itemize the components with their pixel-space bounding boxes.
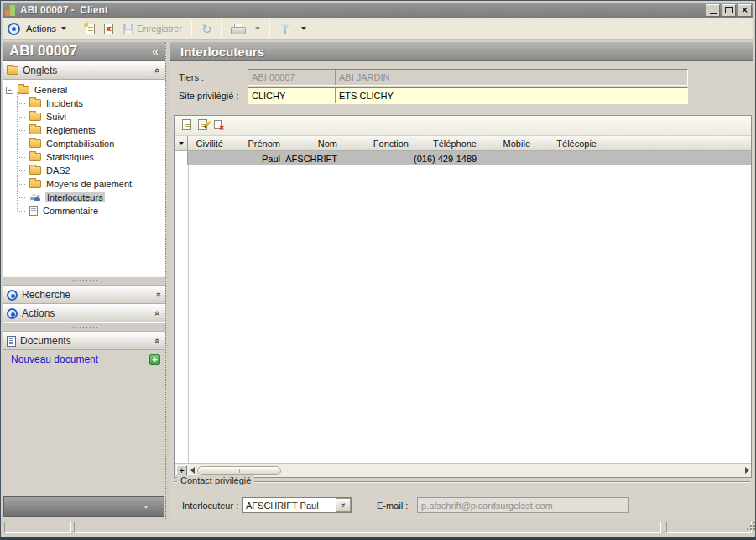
bullseye-icon (7, 290, 18, 301)
new-document-row: Nouveau document + (3, 350, 165, 369)
panel-header-documents[interactable]: Documents « (3, 332, 165, 350)
chevron-down-icon (143, 506, 149, 509)
actions-menu-button[interactable]: Actions (23, 22, 70, 35)
folder-icon (29, 99, 41, 107)
panel-header-recherche[interactable]: Recherche « (3, 286, 165, 304)
scroll-left-icon[interactable] (190, 467, 195, 474)
resize-grip[interactable] (747, 528, 748, 530)
tree-item-das2[interactable]: DAS2 (10, 164, 165, 177)
close-icon: × (742, 6, 748, 14)
column-header-telecopie[interactable]: Télécopie (535, 139, 602, 149)
add-document-button[interactable]: + (149, 354, 160, 365)
minimize-button[interactable] (706, 4, 720, 17)
sidebar-filler (3, 369, 165, 496)
print-button[interactable] (227, 22, 248, 36)
panel-header-actions[interactable]: Actions « (3, 304, 165, 322)
tiers-name-field: ABI JARDIN (336, 70, 687, 85)
window-title: ABI 00007 - Client (20, 4, 706, 16)
column-header-civilite[interactable]: Civilité (188, 139, 228, 149)
note-icon (29, 206, 38, 216)
row-indicator-cell (175, 151, 188, 165)
chevron-down-icon[interactable]: « (153, 292, 163, 297)
toolbar-separator (191, 21, 192, 37)
filter-button[interactable] (276, 22, 294, 35)
folder-icon (29, 139, 41, 148)
tree-item-statistiques[interactable]: Statistiques (10, 150, 165, 164)
close-button[interactable]: × (738, 4, 752, 17)
column-header-prenom[interactable]: Prénom (228, 139, 285, 149)
tree-item-label: Général (33, 85, 69, 95)
folder-icon (29, 126, 41, 134)
chevron-up-icon[interactable]: « (153, 338, 163, 343)
site-field[interactable]: CLICHY ETS CLICHY (248, 87, 688, 104)
sidebar-footer-bar[interactable] (3, 496, 164, 517)
column-header-fonction[interactable]: Fonction (342, 139, 414, 149)
delete-record-button[interactable]: × (101, 22, 117, 36)
toolbar-separator (76, 21, 76, 37)
grid-delete-button[interactable]: × (213, 118, 222, 133)
tree-item-reglements[interactable]: Règlements (10, 123, 165, 137)
column-header-nom[interactable]: Nom (285, 139, 342, 149)
grid-horizontal-scrollbar: + (175, 463, 751, 477)
tiers-label: Tiers : (179, 72, 248, 82)
save-button[interactable]: Enregistrer (119, 22, 185, 36)
print-options-button[interactable] (250, 25, 263, 32)
panel-onglets-label: Onglets (23, 65, 151, 76)
panel-splitter[interactable]: ········· (3, 276, 165, 286)
grid-expand-button[interactable]: + (176, 465, 187, 476)
site-code-field[interactable]: CLICHY (248, 88, 336, 103)
interlocuteur-combobox[interactable]: AFSCHRIFT Paul « (242, 497, 352, 513)
grid-add-button[interactable] (181, 118, 192, 134)
refresh-button[interactable]: ↻ (198, 22, 216, 36)
panel-header-onglets[interactable]: Onglets « (3, 61, 165, 80)
combobox-dropdown-button[interactable]: « (336, 498, 351, 512)
sidebar-header: ABI 00007 « (3, 42, 165, 61)
page-title: Interlocuteurs (170, 42, 753, 61)
row-indicator-header[interactable] (175, 136, 188, 150)
email-field: p.afschrift@picardsurgelsst.com (417, 497, 629, 513)
collapse-sidebar-icon[interactable]: « (152, 45, 159, 58)
edit-record-icon (198, 119, 207, 130)
site-name-field[interactable]: ETS CLICHY (336, 88, 687, 103)
cell-prenom: Paul (228, 154, 285, 164)
filter-icon (279, 24, 290, 34)
grid-edit-button[interactable] (197, 118, 208, 134)
tree-item-label: DAS2 (44, 165, 72, 176)
document-icon (7, 336, 16, 347)
status-segment (4, 522, 71, 533)
tree-item-general[interactable]: − Général (6, 83, 165, 97)
actions-menu-label: Actions (26, 24, 56, 34)
status-segment (74, 522, 661, 533)
filter-options-button[interactable] (296, 25, 310, 32)
new-document-icon: ★ (86, 24, 95, 34)
tree-item-incidents[interactable]: Incidents (10, 97, 165, 110)
printer-icon (231, 24, 244, 34)
folder-icon (29, 166, 41, 175)
table-row[interactable]: Paul AFSCHRIFT (016) 429-1489 (175, 151, 751, 165)
chevron-up-icon[interactable]: « (153, 68, 163, 73)
grid-header-row: Civilité Prénom Nom Fonction Téléphone M… (175, 136, 751, 151)
tree-item-comptabilisation[interactable]: Comptabilisation (10, 137, 165, 150)
sidebar-header-title: ABI 00007 (9, 43, 77, 60)
panel-splitter[interactable]: ········· (3, 322, 165, 332)
toolbar-separator (221, 21, 222, 37)
scrollbar-thumb[interactable] (197, 466, 281, 475)
minimize-icon (710, 13, 717, 14)
collapse-node-icon[interactable]: − (6, 87, 13, 94)
tree-item-interlocuteurs[interactable]: Interlocuteurs (10, 191, 165, 204)
title-bar[interactable]: ABI 00007 - Client × (3, 3, 753, 18)
tree-item-moyens-de-paiement[interactable]: Moyens de paiement (10, 177, 165, 191)
main-toolbar: Actions ★ × Enregistrer ↻ (3, 18, 753, 40)
column-header-mobile[interactable]: Mobile (482, 139, 535, 149)
new-document-link[interactable]: Nouveau document (11, 354, 144, 365)
chevron-up-icon[interactable]: « (153, 311, 163, 316)
tree-item-label: Règlements (44, 125, 97, 135)
column-header-telephone[interactable]: Téléphone (414, 139, 482, 149)
tree-item-commentaire[interactable]: Commentaire (10, 204, 165, 218)
scroll-right-icon[interactable] (745, 467, 749, 474)
bullseye-icon (8, 23, 20, 35)
new-record-button[interactable]: ★ (82, 22, 98, 36)
maximize-button[interactable] (722, 4, 736, 17)
tree-item-suivi[interactable]: Suivi (10, 110, 165, 123)
chevron-down-icon (61, 27, 66, 30)
